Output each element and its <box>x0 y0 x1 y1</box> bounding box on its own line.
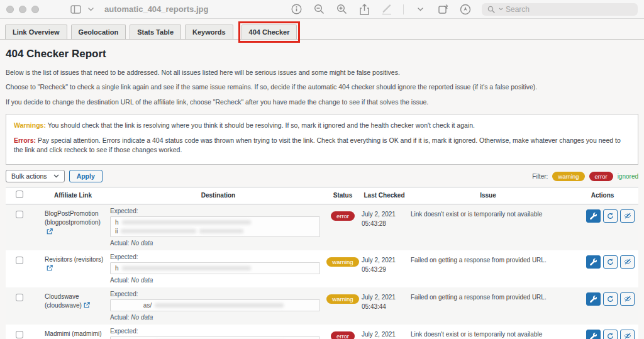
external-link-icon[interactable] <box>47 265 53 272</box>
table-row: Madmimi (madmimi) Expected: :qP Actual: … <box>6 325 638 339</box>
warnings-errors-notice: Warnings: You should check that the link… <box>6 114 638 165</box>
external-link-icon[interactable] <box>47 229 53 236</box>
minimize-window-button[interactable] <box>19 6 26 13</box>
destination-cell: Expected: as/ Actual: No data <box>110 291 326 321</box>
table-row: BlogPostPromotion (blogpostpromotion) Ex… <box>6 204 638 250</box>
ignore-button[interactable] <box>620 209 635 223</box>
edit-link-button[interactable] <box>586 255 601 269</box>
zoom-window-button[interactable] <box>31 6 39 13</box>
row-actions <box>567 208 638 223</box>
last-checked-cell: July 2, 2021 05:43:44 <box>359 291 409 311</box>
edit-link-button[interactable] <box>586 209 601 223</box>
tab-stats-table[interactable]: Stats Table <box>130 25 181 40</box>
table-row: Cloudswave (cloudswave) Expected: as/ Ac… <box>6 287 638 325</box>
search-field[interactable] <box>482 3 638 16</box>
filter-label: Filter: <box>532 173 548 180</box>
external-link-icon[interactable] <box>84 303 90 309</box>
close-window-button[interactable] <box>6 6 14 13</box>
tab-404-checker[interactable]: 404 Checker <box>242 25 297 40</box>
expected-url-box[interactable]: h ii <box>110 216 320 237</box>
filter-error-badge[interactable]: error <box>589 172 613 181</box>
row-checkbox[interactable] <box>16 294 23 301</box>
bulk-actions-select[interactable]: Bulk actions <box>6 170 65 182</box>
row-actions <box>567 328 638 339</box>
tab-geolocation[interactable]: Geolocation <box>71 25 126 40</box>
issues-table: Affiliate Link Destination Status Last C… <box>6 187 638 339</box>
destination-cell: Expected: :qP Actual: No data <box>110 328 326 339</box>
filter-bar: Filter: warning error ignored <box>532 172 638 181</box>
select-all-checkbox[interactable] <box>16 191 23 198</box>
edit-link-button[interactable] <box>586 330 601 339</box>
rotate-icon[interactable] <box>436 3 449 16</box>
table-header-row: Affiliate Link Destination Status Last C… <box>6 187 638 204</box>
affiliate-link-name: Revisitors (revisitors) <box>36 253 110 274</box>
affiliate-link-name: BlogPostPromotion (blogpostpromotion) <box>36 208 110 238</box>
row-checkbox[interactable] <box>16 211 23 218</box>
affiliate-link-name: Madmimi (madmimi) <box>36 328 110 339</box>
affiliate-link-name: Cloudswave (cloudswave) <box>36 291 110 311</box>
row-checkbox[interactable] <box>16 331 23 338</box>
preview-canvas: Link Overview Geolocation Stats Table Ke… <box>0 19 644 339</box>
status-badge: warning <box>326 294 358 304</box>
edit-link-button[interactable] <box>586 292 601 306</box>
table-controls: Bulk actions Apply Filter: warning error… <box>6 170 638 182</box>
issue-cell: Link doesn't exist or is temporarily not… <box>409 208 567 219</box>
column-header-last-checked: Last Checked <box>359 192 409 200</box>
expected-url-fragment: h <box>115 219 119 226</box>
document-proxy[interactable] <box>69 3 97 16</box>
expected-url-fragment: h <box>115 265 119 272</box>
table-row: Revisitors (revisitors) Expected: h Actu… <box>6 250 638 287</box>
actual-value: No data <box>131 314 153 321</box>
filter-warning-badge[interactable]: warning <box>552 172 584 181</box>
annotation-highlight-box: 404 Checker <box>238 21 301 43</box>
errors-text: Pay special attention. Errors indicate a… <box>14 136 621 154</box>
filter-ignored-link[interactable]: ignored <box>618 173 638 180</box>
expected-url-box[interactable]: h <box>110 262 320 274</box>
last-checked-cell: July 2, 2021 05:43:50 <box>359 328 409 339</box>
column-header-affiliate-link: Affiliate Link <box>36 192 110 200</box>
info-icon[interactable] <box>290 3 303 16</box>
row-checkbox[interactable] <box>16 257 23 264</box>
tab-bar: Link Overview Geolocation Stats Table Ke… <box>0 19 644 40</box>
toolbar-separator <box>403 4 404 14</box>
window-title: automatic_404_reports.jpg <box>104 4 208 14</box>
zoom-in-icon[interactable] <box>335 3 348 16</box>
share-icon[interactable] <box>358 3 370 16</box>
bulk-actions-label: Bulk actions <box>11 172 47 180</box>
column-header-actions: Actions <box>567 192 638 200</box>
status-badge: error <box>331 331 355 339</box>
issue-cell: Failed on getting a response from provid… <box>409 253 567 265</box>
blurred-url-text <box>122 220 251 225</box>
recheck-button[interactable] <box>603 292 618 306</box>
apply-button[interactable]: Apply <box>69 170 103 182</box>
ignore-button[interactable] <box>620 255 635 269</box>
issue-cell: Failed on getting a response from provid… <box>409 291 567 302</box>
zoom-out-icon[interactable] <box>313 3 325 16</box>
recheck-button[interactable] <box>603 209 618 223</box>
blurred-url-text <box>122 266 251 270</box>
proxy-chevron-down-icon[interactable] <box>84 3 97 16</box>
recheck-button[interactable] <box>603 330 618 339</box>
search-input[interactable] <box>506 5 613 14</box>
markup-chevron-down-icon[interactable] <box>414 3 426 16</box>
status-badge: error <box>331 211 355 221</box>
row-actions <box>567 291 638 306</box>
recheck-button[interactable] <box>603 255 618 269</box>
destination-cell: Expected: h ii Actual: No data <box>110 208 326 247</box>
warnings-text: You should check that the link is resolv… <box>48 121 475 129</box>
select-chevron-down-icon <box>53 174 59 178</box>
tab-link-overview[interactable]: Link Overview <box>5 25 67 40</box>
tab-keywords[interactable]: Keywords <box>185 25 233 40</box>
blurred-url-text <box>121 229 196 233</box>
window-titlebar: automatic_404_reports.jpg <box>0 0 644 19</box>
ignore-button[interactable] <box>620 330 635 339</box>
expected-url-box[interactable]: as/ <box>110 299 320 311</box>
expected-url-box[interactable]: :qP <box>110 336 320 339</box>
expected-url-fragment-line2: ii <box>115 228 118 235</box>
annotate-circle-icon[interactable] <box>459 3 472 16</box>
table-body: BlogPostPromotion (blogpostpromotion) Ex… <box>6 204 638 339</box>
ignore-button[interactable] <box>620 292 635 306</box>
warnings-label: Warnings: <box>14 121 46 129</box>
search-chevron-down-icon[interactable] <box>498 7 503 12</box>
sidebar-icon[interactable] <box>69 3 82 16</box>
